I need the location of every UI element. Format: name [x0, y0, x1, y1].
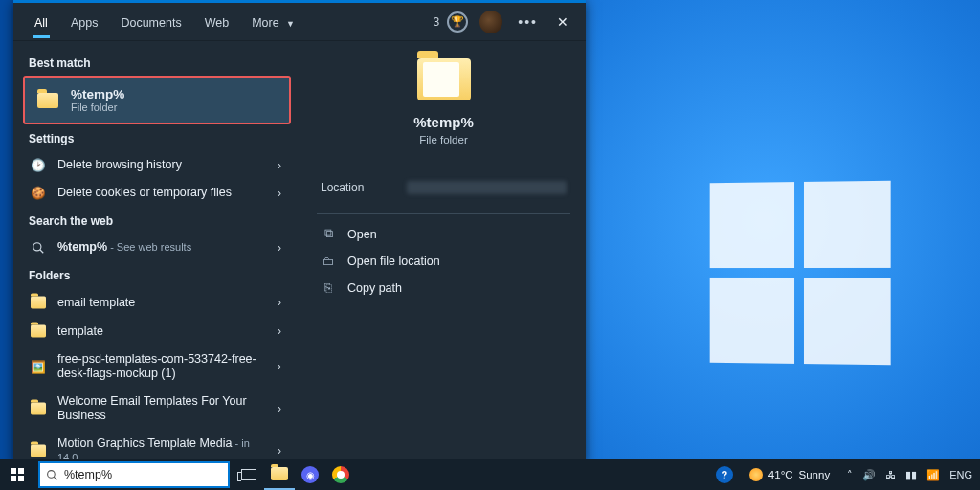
tray-chevron-icon[interactable]: ˄ [847, 469, 853, 481]
account-avatar[interactable] [479, 11, 502, 33]
task-view-icon [241, 469, 256, 480]
svg-line-3 [54, 477, 56, 479]
weather-widget[interactable]: 41°C Sunny [740, 468, 839, 481]
search-icon [29, 241, 48, 255]
language-indicator[interactable]: ENG [949, 469, 972, 480]
history-icon: 🕑 [29, 158, 48, 172]
task-view-button[interactable] [234, 459, 264, 490]
action-label: Open file location [347, 255, 440, 268]
location-label: Location [321, 181, 407, 194]
folder-result[interactable]: email template › [23, 288, 291, 317]
open-location-icon: 🗀 [321, 255, 336, 268]
weather-temp: 41°C [768, 469, 793, 480]
settings-item-delete-cookies[interactable]: 🍪 Delete cookies or temporary files › [23, 179, 291, 207]
tab-documents[interactable]: Documents [111, 7, 190, 37]
search-icon [46, 469, 58, 481]
chevron-right-icon: › [278, 159, 281, 172]
copy-icon: ⎘ [321, 281, 336, 295]
action-label: Copy path [347, 281, 402, 295]
help-icon: ? [716, 466, 733, 483]
sun-icon [749, 468, 763, 481]
web-hint: - See web results [107, 241, 191, 253]
best-match-title: %temp% [71, 87, 124, 101]
folder-icon [417, 58, 471, 100]
settings-item-label: Delete cookies or temporary files [57, 186, 268, 200]
rewards-icon[interactable]: 🏆 [447, 11, 468, 33]
results-list: Best match %temp% File folder Settings 🕑… [13, 41, 301, 464]
network-icon[interactable]: 🖧 [885, 469, 896, 480]
taskbar-app-explorer[interactable] [264, 459, 295, 490]
open-icon: ⧉ [321, 227, 336, 241]
explorer-icon [271, 467, 288, 480]
preview-subtitle: File folder [419, 134, 468, 145]
folder-label: Motion Graphics Template Media [57, 436, 233, 450]
action-open-location[interactable]: 🗀 Open file location [317, 248, 570, 275]
best-match-subtitle: File folder [71, 101, 124, 113]
wifi-icon[interactable]: 📶 [926, 469, 940, 481]
action-copy-path[interactable]: ⎘ Copy path [317, 275, 570, 301]
folder-icon [29, 401, 48, 416]
chevron-down-icon: ▼ [286, 19, 295, 29]
help-button[interactable]: ? [709, 459, 740, 490]
discord-icon: ◉ [301, 466, 319, 483]
search-web-item[interactable]: %temp% - See web results › [23, 234, 291, 261]
folder-result[interactable]: Welcome Email Templates For Your Busines… [23, 388, 291, 430]
section-best-match: Best match [29, 56, 291, 70]
settings-item-delete-history[interactable]: 🕑 Delete browsing history › [23, 151, 291, 179]
battery-icon[interactable]: ▮▮ [905, 469, 917, 481]
folder-label: Welcome Email Templates For Your Busines… [57, 394, 247, 422]
taskbar-app-chrome[interactable] [325, 459, 356, 490]
chevron-right-icon: › [278, 187, 281, 200]
tab-apps[interactable]: Apps [61, 7, 108, 37]
location-value-redacted [407, 181, 567, 194]
web-query: %temp% [57, 240, 107, 254]
folder-label: email template [57, 296, 135, 309]
rewards-count: 3 [434, 15, 440, 29]
folder-icon [29, 295, 48, 310]
tab-web[interactable]: Web [195, 7, 238, 37]
folder-icon [29, 323, 48, 339]
folder-result[interactable]: 🖼️ free-psd-templates-com-533742-free-de… [23, 345, 291, 388]
more-options-icon[interactable]: ••• [518, 14, 538, 30]
svg-point-0 [33, 242, 41, 250]
section-search-web: Search the web [29, 214, 291, 228]
tab-more-label: More [252, 16, 278, 30]
settings-item-label: Delete browsing history [57, 158, 268, 172]
image-icon: 🖼️ [29, 360, 48, 374]
folder-icon [36, 89, 59, 112]
tab-more[interactable]: More ▼ [242, 7, 304, 37]
cookie-icon: 🍪 [29, 186, 48, 200]
start-button[interactable] [0, 459, 34, 490]
action-open[interactable]: ⧉ Open [317, 220, 570, 248]
chevron-right-icon: › [278, 360, 281, 373]
chevron-right-icon: › [278, 402, 281, 415]
chevron-right-icon: › [278, 444, 281, 457]
volume-icon[interactable]: 🔊 [862, 469, 876, 481]
chrome-icon [332, 466, 349, 483]
section-settings: Settings [29, 132, 291, 145]
folder-icon [29, 443, 48, 458]
svg-line-1 [40, 249, 44, 253]
action-label: Open [347, 228, 377, 241]
folder-result[interactable]: template › [23, 317, 291, 345]
folder-label: template [57, 324, 103, 338]
taskbar-search-box[interactable] [38, 461, 230, 488]
windows-icon [11, 468, 24, 481]
chevron-right-icon: › [278, 324, 281, 338]
best-match-item[interactable]: %temp% File folder [23, 76, 291, 124]
preview-location-row: Location [301, 167, 586, 208]
folder-label: free-psd-templates-com-533742-free-desk-… [57, 352, 256, 380]
section-folders: Folders [29, 269, 291, 282]
system-tray[interactable]: ˄ 🔊 🖧 ▮▮ 📶 ENG [839, 469, 980, 481]
taskbar-app-discord[interactable]: ◉ [295, 459, 325, 490]
tab-all[interactable]: All [25, 7, 57, 37]
chevron-right-icon: › [278, 296, 281, 309]
close-icon[interactable]: ✕ [551, 11, 574, 33]
chevron-right-icon: › [278, 241, 281, 255]
preview-pane: %temp% File folder Location ⧉ Open 🗀 Ope… [301, 41, 586, 464]
search-input[interactable] [64, 468, 222, 481]
windows-logo [710, 181, 891, 365]
taskbar: ◉ ? 41°C Sunny ˄ 🔊 🖧 ▮▮ 📶 ENG [0, 459, 980, 490]
svg-point-2 [48, 470, 56, 478]
preview-title: %temp% [413, 114, 474, 130]
